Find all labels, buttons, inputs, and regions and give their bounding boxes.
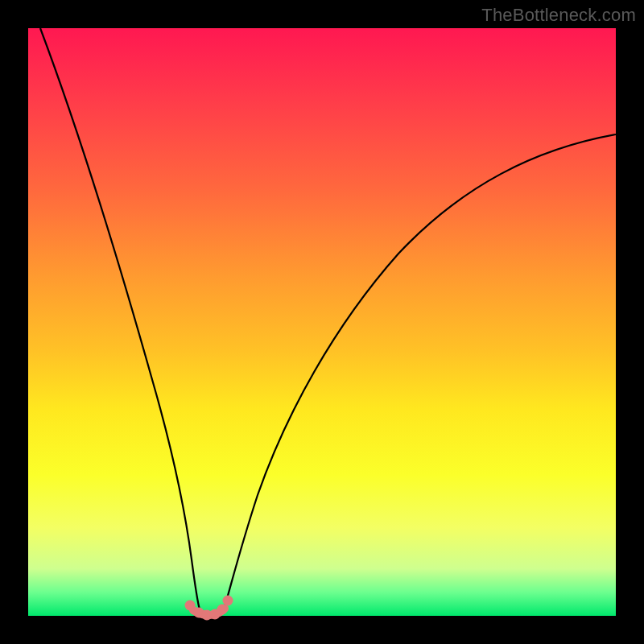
curve-right-branch xyxy=(224,134,616,609)
curve-left-branch xyxy=(40,28,200,609)
valley-dot xyxy=(185,601,196,611)
chart-frame: TheBottleneck.com xyxy=(0,0,644,644)
watermark-text: TheBottleneck.com xyxy=(481,5,636,26)
valley-dot xyxy=(223,596,233,606)
bottleneck-curve xyxy=(28,28,616,616)
valley-dot xyxy=(217,605,228,615)
plot-area xyxy=(28,28,616,616)
